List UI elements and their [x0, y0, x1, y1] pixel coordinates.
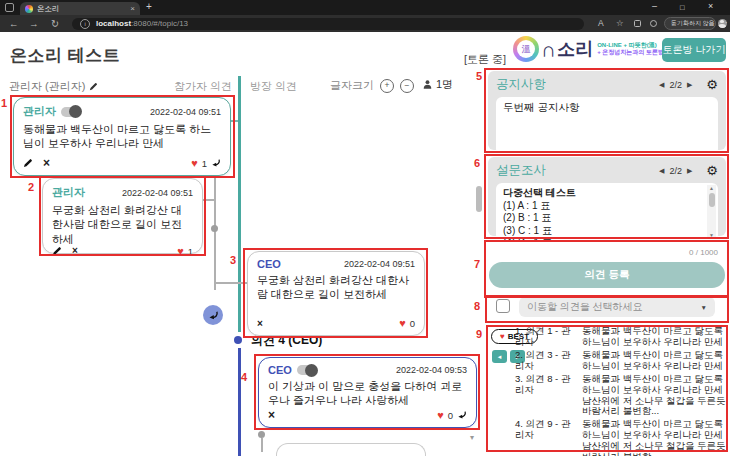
notice-next-icon[interactable]: ▶ — [687, 81, 692, 89]
annotation-number: 8 — [474, 300, 480, 312]
card-toggle-switch[interactable] — [61, 107, 81, 117]
discussion-status-badge: [토론 중] — [464, 52, 506, 67]
tab-close-icon[interactable]: × — [130, 4, 135, 13]
survey-title: 설문조사 — [496, 162, 546, 179]
list-item[interactable]: 1. 의견 1 - 관리자 동해물과 백두산이 마르고 닳도록 하느님이 보우하… — [515, 326, 727, 348]
tab-preview-icon[interactable] — [5, 3, 14, 12]
list-item-text: 동해물과 백두산이 마르고 닳도록 하느님이 보우하사 우리나라 만세 — [582, 326, 727, 348]
like-heart-icon[interactable]: ♥ — [437, 410, 444, 421]
notice-prev-icon[interactable]: ◀ — [659, 81, 664, 89]
read-aloud-icon[interactable]: A — [598, 18, 604, 28]
survey-option: (4) D : 1 표 — [503, 237, 704, 241]
list-item-label: 3. 의견 8 - 관리자 — [515, 374, 577, 418]
card-author: 관리자 — [52, 185, 85, 200]
annotation-number: 2 — [28, 181, 34, 193]
site-info-icon[interactable]: i — [80, 19, 90, 29]
annotation-number: 5 — [476, 70, 482, 82]
window-close-button[interactable]: × — [708, 1, 713, 11]
scrollbar-up-icon[interactable]: ▲ — [709, 185, 714, 192]
heart-icon: ♥ — [500, 333, 505, 341]
edit-name-pencil-icon[interactable] — [89, 82, 98, 91]
collections-icon[interactable] — [634, 20, 641, 27]
logo-n: ∩ — [541, 39, 556, 60]
scrollbar-thumb[interactable] — [709, 193, 715, 207]
page-title: 온소리 테스트 — [10, 44, 120, 67]
thread-dot — [258, 431, 265, 438]
best-prev-button[interactable]: ◂ — [492, 350, 507, 363]
survey-scrollbar[interactable]: ▲ ▼ — [707, 185, 716, 239]
card-text: 무궁화 삼천리 화려강산 대한사람 대한으로 길이 보전하세 — [52, 203, 193, 246]
delete-x-icon[interactable]: × — [43, 157, 50, 169]
panel-resize-handle[interactable] — [476, 186, 482, 212]
favorites-star-icon[interactable]: ☆ — [616, 18, 624, 28]
participant-column-header: 참가자 의견 — [158, 79, 232, 94]
scrollbar-down-icon[interactable]: ▼ — [709, 232, 714, 239]
font-size-decrease-button[interactable]: − — [400, 79, 414, 93]
notice-content: 두번째 공지사항 — [496, 97, 718, 155]
list-item-label: 2. 의견 3 - 관리자 — [515, 350, 577, 372]
tab-title: 온소리 — [37, 4, 126, 14]
browser-essentials-icon[interactable] — [650, 20, 657, 27]
card-toggle-switch[interactable] — [297, 365, 317, 375]
like-heart-icon[interactable]: ♥ — [191, 158, 198, 169]
delete-x-icon[interactable]: × — [268, 409, 275, 421]
notice-page-indicator: 2/2 — [669, 80, 682, 90]
opinion-card[interactable]: 관리자 2022-02-04 09:51 동해물과 백두산이 마르고 닳도록 하… — [13, 97, 231, 176]
card-timestamp: 2022-02-04 09:51 — [122, 188, 193, 198]
delete-x-icon[interactable]: × — [72, 246, 78, 256]
logo-tagline-2: + 온정넘치는과의 토론방 — [597, 49, 664, 57]
card-author: 관리자 — [23, 104, 56, 119]
browser-profile-button[interactable]: 동기화하지 않음 — [664, 17, 716, 30]
online-count-label: 1명 — [436, 77, 453, 92]
survey-panel: 설문조사 ◀ 2/2 ▶ ⚙ 다중선택 테스트 (1) A : 1 표 (2) … — [488, 157, 726, 236]
opinion-card[interactable]: 관리자 2022-02-04 09:51 무궁화 삼천리 화려강산 대한사람 대… — [42, 178, 203, 254]
like-heart-icon[interactable]: ♥ — [399, 318, 406, 329]
reload-icon[interactable]: ↻ — [51, 18, 59, 29]
edit-pencil-icon[interactable] — [52, 246, 62, 256]
reply-arrow-icon[interactable] — [457, 410, 467, 420]
dropdown-placeholder: 이동할 의견을 선택하세요 — [527, 300, 701, 314]
survey-gear-icon[interactable]: ⚙ — [706, 164, 718, 177]
address-bar[interactable]: i localhost:8080/#/topic/13 — [72, 18, 584, 31]
list-item[interactable]: 3. 의견 8 - 관리자 동해물과 백두산이 마르고 닳도록 하느님이 보우하… — [515, 374, 727, 418]
notice-gear-icon[interactable]: ⚙ — [706, 78, 718, 91]
opinion-card[interactable]: CEO 2022-02-04 09:53 이 기상과 이 맘으로 충성을 다하여… — [258, 357, 477, 428]
list-item-text: 동해물과 백두산이 마르고 닳도록 하느님이 보우하사 우리나라 만세 남산위에… — [582, 374, 727, 418]
submit-opinion-button[interactable]: 의견 등록 — [489, 262, 725, 288]
logo-ring-icon: 溫 — [513, 36, 539, 62]
reply-thread-button[interactable] — [203, 305, 223, 325]
survey-option: (3) C : 1 표 — [503, 225, 704, 238]
scroll-down-hint-icon[interactable]: ▾ — [470, 433, 474, 442]
survey-question: 다중선택 테스트 — [503, 187, 704, 200]
font-size-increase-button[interactable]: + — [380, 79, 394, 93]
forward-icon[interactable]: → — [29, 18, 39, 29]
back-icon[interactable]: ← — [9, 18, 19, 29]
new-tab-button[interactable]: + — [146, 1, 152, 12]
notice-panel: 공지사항 ◀ 2/2 ▶ ⚙ 두번째 공지사항 — [488, 71, 726, 150]
card-timestamp: 2022-02-04 09:51 — [150, 107, 221, 117]
card-author: CEO — [257, 258, 281, 270]
opinion-card[interactable]: CEO 2022-02-04 09:51 무궁화 삼천리 화려강산 대한사람 대… — [247, 251, 425, 336]
leave-room-button[interactable]: 토론방 나가기 — [662, 38, 726, 62]
list-item[interactable]: 2. 의견 3 - 관리자 동해물과 백두산이 마르고 닳도록 하느님이 보우하… — [515, 350, 727, 372]
url-text: localhost:8080/#/topic/13 — [96, 19, 188, 28]
window-minimize-button[interactable]: – — [652, 1, 657, 11]
window-maximize-button[interactable]: □ — [680, 3, 685, 12]
move-checkbox[interactable] — [496, 299, 510, 313]
like-heart-icon[interactable]: ♥ — [177, 246, 184, 257]
url-path: :8080/#/topic/13 — [131, 19, 188, 28]
reply-arrow-icon[interactable] — [211, 158, 221, 168]
list-item[interactable]: 4. 의견 9 - 관리자 동해물과 백두산이 마르고 닳도록 하느님이 보우하… — [515, 419, 727, 456]
survey-prev-icon[interactable]: ◀ — [659, 167, 664, 175]
list-item-text: 동해물과 백두산이 마르고 닳도록 하느님이 보우하사 우리나라 만세 — [582, 350, 727, 372]
annotation-number: 3 — [230, 254, 236, 266]
delete-x-icon[interactable]: × — [257, 319, 263, 329]
like-count: 0 — [410, 318, 415, 329]
font-size-control: 글자크기 + − — [330, 78, 414, 93]
browser-tab[interactable]: 온소리 × — [20, 2, 140, 15]
survey-next-icon[interactable]: ▶ — [687, 167, 692, 175]
edit-pencil-icon[interactable] — [23, 158, 33, 168]
logo-text: 소리 — [557, 40, 593, 58]
browser-menu-icon[interactable]: ⋯ — [719, 18, 727, 27]
move-opinion-dropdown[interactable]: 이동할 의견을 선택하세요 ▼ — [519, 297, 715, 317]
